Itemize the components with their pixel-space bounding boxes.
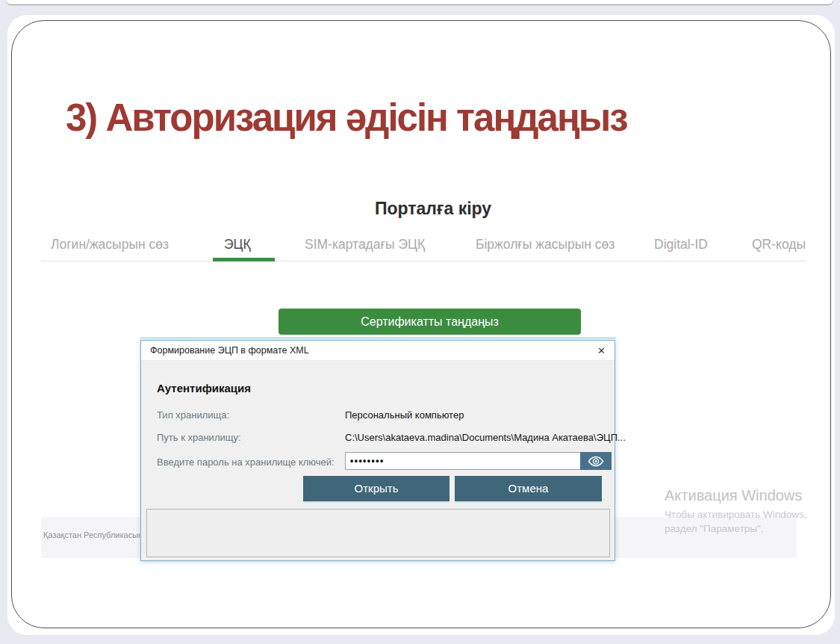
portal-footer-text: Қазақстан Республикасын <box>43 530 143 539</box>
cancel-button[interactable]: Отмена <box>455 476 602 501</box>
tab-qr-code[interactable]: QR-коды <box>752 237 806 253</box>
slide-title: 3) Авторизация әдісін таңдаңыз <box>66 96 627 140</box>
tab-one-time-password[interactable]: Біржолғы жасырын сөз <box>476 237 615 253</box>
storage-type-label: Тип хранилища: <box>157 409 229 421</box>
tab-eds[interactable]: ЭЦҚ <box>224 237 251 253</box>
tab-sim-eds[interactable]: SIM-картадағы ЭЦҚ <box>305 237 425 253</box>
dialog-glow <box>140 337 616 339</box>
portal-login-heading: Порталға кіру <box>284 199 582 219</box>
open-button[interactable]: Открыть <box>303 476 449 501</box>
dialog-message-box <box>146 509 610 557</box>
storage-type-value: Персональный компьютер <box>345 409 464 421</box>
tab-digital-id[interactable]: Digital-ID <box>654 237 708 253</box>
active-tab-underline <box>213 258 275 261</box>
show-password-button[interactable] <box>580 452 612 470</box>
dialog-heading: Аутентификация <box>157 382 251 394</box>
storage-path-value: C:\Users\akataeva.madina\Documents\Мадин… <box>345 432 626 443</box>
dialog-titlebar[interactable]: Формирование ЭЦП в формате XML ✕ <box>141 341 615 361</box>
eye-icon <box>587 456 605 467</box>
storage-path-label: Путь к хранилищу: <box>157 432 241 443</box>
close-icon[interactable]: ✕ <box>597 346 606 356</box>
previous-slide-edge <box>6 0 833 5</box>
slide: 3) Авторизация әдісін таңдаңыз Порталға … <box>7 15 835 635</box>
tabs-divider <box>41 261 806 261</box>
windows-activation-watermark-title: Активация Windows <box>665 487 802 504</box>
password-label: Введите пароль на хранилище ключей: <box>157 456 335 468</box>
windows-activation-watermark-line2: Чтобы активировать Windows, <box>665 509 806 520</box>
tab-login-password[interactable]: Логин/жасырын сөз <box>51 237 169 253</box>
windows-activation-watermark-line3: раздел "Параметры". <box>665 523 764 534</box>
eds-xml-dialog: Формирование ЭЦП в формате XML ✕ Аутенти… <box>140 340 615 561</box>
select-certificate-button[interactable]: Сертификатты таңдаңыз <box>279 309 581 335</box>
password-input[interactable] <box>345 452 581 470</box>
dialog-title: Формирование ЭЦП в формате XML <box>150 345 309 356</box>
screenshot-stage: 3) Авторизация әдісін таңдаңыз Порталға … <box>0 0 840 644</box>
